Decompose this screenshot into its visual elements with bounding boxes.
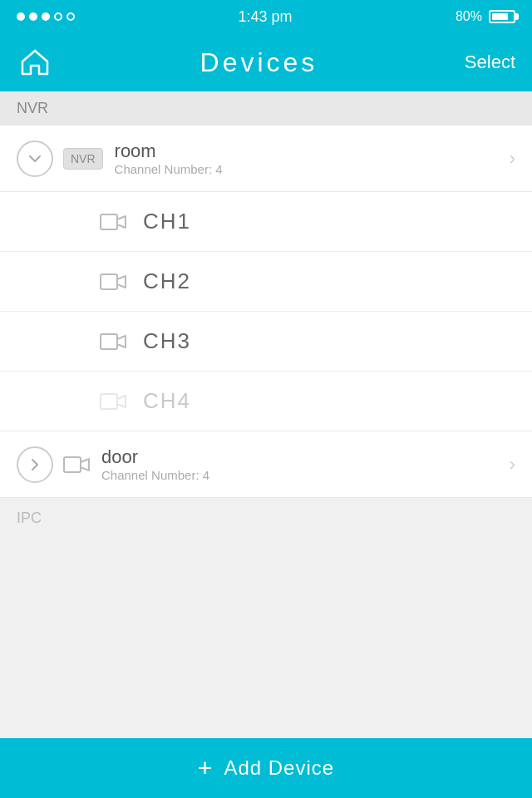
camera-svg-ch2 — [100, 272, 126, 292]
camera-svg-ch3 — [100, 332, 126, 352]
channel-row-ch1[interactable]: CH1 — [0, 192, 532, 252]
channel-row-ch3[interactable]: CH3 — [0, 312, 532, 372]
device-info-door: door Channel Number: 4 — [101, 446, 510, 482]
select-button[interactable]: Select — [465, 52, 515, 73]
device-name-door: door — [101, 446, 510, 468]
chevron-right-icon-door — [27, 456, 43, 473]
device-sub-door: Channel Number: 4 — [101, 468, 510, 482]
svg-marker-7 — [117, 396, 126, 407]
camera-icon-ch2 — [100, 272, 126, 292]
section-header-ipc: IPC — [0, 498, 532, 538]
home-icon — [20, 47, 50, 77]
chevron-down-icon — [27, 150, 43, 167]
device-list: NVR room Channel Number: 4 › CH1 CH2 — [0, 126, 532, 498]
svg-marker-5 — [117, 336, 126, 347]
expand-button-door[interactable] — [17, 446, 53, 483]
dot-4 — [54, 12, 62, 21]
device-row-door[interactable]: door Channel Number: 4 › — [0, 431, 532, 498]
svg-rect-2 — [101, 274, 117, 289]
home-button[interactable] — [17, 44, 53, 81]
svg-rect-8 — [64, 457, 81, 472]
channel-name-ch4: CH4 — [143, 388, 191, 414]
svg-marker-9 — [81, 459, 89, 470]
add-icon: + — [198, 756, 213, 781]
camera-svg-ch4 — [100, 392, 126, 411]
status-time: 1:43 pm — [238, 8, 292, 26]
section-label-nvr: NVR — [17, 100, 48, 116]
battery-icon — [489, 10, 515, 23]
svg-marker-1 — [117, 216, 126, 228]
channel-name-ch2: CH2 — [143, 268, 191, 294]
add-device-bar[interactable]: + Add Device — [0, 738, 532, 798]
camera-icon-ch3 — [100, 332, 126, 352]
chevron-right-icon-door-nav: › — [510, 454, 515, 475]
page-title: Devices — [200, 47, 318, 78]
battery-fill — [492, 13, 508, 20]
camera-icon-ch4 — [100, 392, 126, 411]
channel-name-ch3: CH3 — [143, 328, 191, 354]
dot-2 — [29, 12, 37, 21]
svg-marker-3 — [117, 276, 126, 288]
camera-svg-ch1 — [100, 212, 126, 232]
status-right: 80% — [456, 9, 515, 24]
add-device-label: Add Device — [224, 756, 334, 780]
chevron-right-icon-room: › — [510, 148, 515, 170]
svg-rect-0 — [101, 214, 117, 229]
device-info-room: room Channel Number: 4 — [115, 140, 510, 176]
status-bar: 1:43 pm 80% — [0, 0, 532, 33]
device-row-room[interactable]: NVR room Channel Number: 4 › — [0, 126, 532, 192]
channel-row-ch2[interactable]: CH2 — [0, 252, 532, 312]
section-header-nvr: NVR — [0, 91, 532, 126]
section-label-ipc: IPC — [17, 510, 42, 527]
svg-rect-4 — [101, 334, 117, 349]
camera-icon-door — [63, 455, 90, 475]
camera-svg-door — [63, 455, 90, 475]
nvr-badge-room: NVR — [63, 148, 103, 170]
svg-rect-6 — [101, 394, 117, 409]
battery-percentage: 80% — [456, 9, 482, 24]
camera-icon-ch1 — [100, 212, 126, 232]
dot-3 — [42, 12, 50, 21]
channel-name-ch1: CH1 — [143, 209, 191, 234]
dot-5 — [66, 12, 75, 21]
dot-1 — [17, 12, 25, 21]
signal-dots — [17, 12, 75, 21]
channel-row-ch4[interactable]: CH4 — [0, 372, 532, 431]
nav-bar: Devices Select — [0, 33, 532, 91]
device-sub-room: Channel Number: 4 — [115, 162, 510, 176]
device-name-room: room — [115, 140, 510, 162]
collapse-button-room[interactable] — [17, 140, 53, 177]
